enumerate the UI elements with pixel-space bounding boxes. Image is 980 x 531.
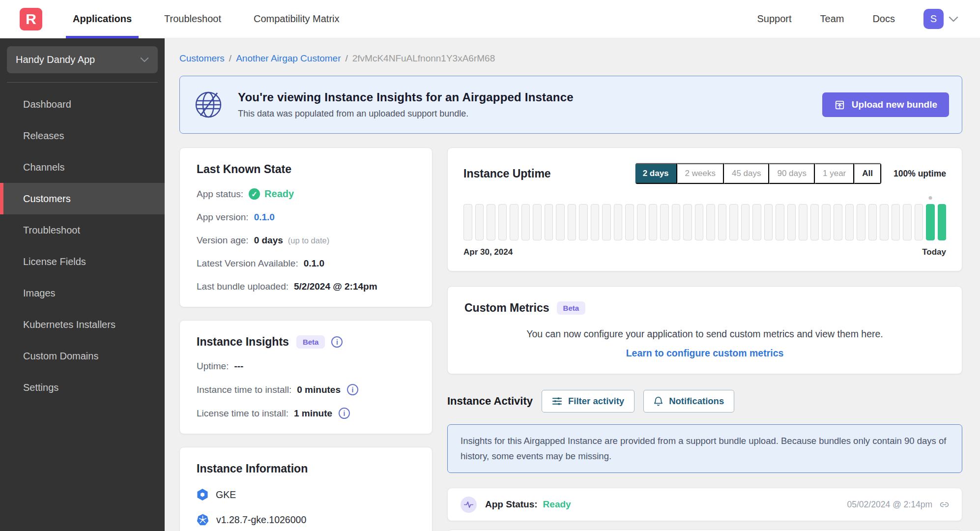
range-button-2-weeks[interactable]: 2 weeks xyxy=(677,163,724,184)
sidebar-item-troubleshoot[interactable]: Troubleshoot xyxy=(0,214,165,246)
uptime-bar[interactable] xyxy=(637,204,646,240)
uptime-bar[interactable] xyxy=(868,204,877,240)
uptime-bar[interactable] xyxy=(579,204,588,240)
uptime-bar[interactable] xyxy=(660,204,669,240)
last-known-state-card: Last Known State App status: ✓ Ready App… xyxy=(179,148,432,307)
replicated-logo[interactable]: R xyxy=(20,8,42,30)
k8s-version-value: v1.28.7-gke.1026000 xyxy=(216,514,306,526)
uptime-bar[interactable] xyxy=(845,204,854,240)
uptime-bar[interactable] xyxy=(463,204,472,240)
uptime-bar[interactable] xyxy=(672,204,681,240)
event-status: Ready xyxy=(543,499,571,510)
uptime-bar[interactable] xyxy=(475,204,484,240)
account-menu[interactable]: S xyxy=(923,9,958,29)
nav-item-compatibility-matrix[interactable]: Compatibility Matrix xyxy=(254,0,339,38)
row-label: App status: xyxy=(197,189,243,200)
sidebar-item-license-fields[interactable]: License Fields xyxy=(0,246,165,277)
nav-item-troubleshoot[interactable]: Troubleshoot xyxy=(164,0,221,38)
range-button-2-days[interactable]: 2 days xyxy=(635,163,677,184)
uptime-bar[interactable] xyxy=(822,204,831,240)
uptime-bar[interactable] xyxy=(776,204,784,240)
uptime-bar[interactable] xyxy=(857,204,865,240)
configure-custom-metrics-link[interactable]: Learn to configure custom metrics xyxy=(626,348,784,359)
sidebar-item-channels[interactable]: Channels xyxy=(0,151,165,183)
nav-item-support[interactable]: Support xyxy=(757,13,791,25)
uptime-bar[interactable] xyxy=(718,204,727,240)
uptime-bar[interactable] xyxy=(695,204,704,240)
uptime-bar[interactable] xyxy=(706,204,715,240)
sidebar-item-settings[interactable]: Settings xyxy=(0,372,165,403)
upload-bundle-icon xyxy=(834,99,845,111)
filter-activity-button[interactable]: Filter activity xyxy=(542,390,634,413)
sidebar-item-dashboard[interactable]: Dashboard xyxy=(0,88,165,120)
banner-text: You're viewing Instance Insights for an … xyxy=(238,90,574,119)
range-button-1-year[interactable]: 1 year xyxy=(815,163,854,184)
uptime-bar[interactable] xyxy=(683,204,692,240)
uptime-bar[interactable] xyxy=(799,204,807,240)
uptime-bar[interactable] xyxy=(892,204,900,240)
sidebar-divider xyxy=(7,82,158,83)
nav-item-applications[interactable]: Applications xyxy=(73,0,132,38)
activity-event-row[interactable]: App Status: Ready 05/02/2024 @ 2:14pm xyxy=(447,488,962,521)
instance-uptime-card: Instance Uptime 2 days 2 weeks 45 days 9… xyxy=(447,148,962,271)
upload-new-bundle-button[interactable]: Upload new bundle xyxy=(822,92,949,117)
sidebar-item-images[interactable]: Images xyxy=(0,277,165,309)
uptime-bar[interactable] xyxy=(498,204,507,240)
airgap-history-note: Insights for this Airgapped Instance are… xyxy=(447,424,962,473)
card-title: Instance Uptime xyxy=(463,167,551,180)
uptime-bar[interactable] xyxy=(510,204,519,240)
app-selector-dropdown[interactable]: Handy Dandy App xyxy=(7,46,158,73)
uptime-bar[interactable] xyxy=(903,204,912,240)
breadcrumb-customers-link[interactable]: Customers xyxy=(179,53,225,64)
instance-activity-title: Instance Activity xyxy=(447,395,533,408)
uptime-bar[interactable] xyxy=(545,204,553,240)
uptime-bar[interactable] xyxy=(764,204,773,240)
uptime-bar[interactable] xyxy=(625,204,634,240)
uptime-bar[interactable] xyxy=(810,204,819,240)
uptime-bar[interactable] xyxy=(614,204,623,240)
sidebar-item-custom-domains[interactable]: Custom Domains xyxy=(0,340,165,372)
uptime-bar[interactable] xyxy=(938,204,947,240)
range-button-45-days[interactable]: 45 days xyxy=(724,163,770,184)
uptime-bar[interactable] xyxy=(521,204,530,240)
notifications-button[interactable]: Notifications xyxy=(643,390,734,413)
sidebar-item-releases[interactable]: Releases xyxy=(0,120,165,151)
gke-icon xyxy=(197,489,208,501)
airgap-banner: You're viewing Instance Insights for an … xyxy=(179,76,962,134)
uptime-bar[interactable] xyxy=(752,204,761,240)
breadcrumb-customer-link[interactable]: Another Airgap Customer xyxy=(236,53,341,64)
app-version-link[interactable]: 0.1.0 xyxy=(254,212,275,223)
uptime-bar[interactable] xyxy=(880,204,889,240)
permalink-icon[interactable] xyxy=(940,500,949,509)
uptime-bar[interactable] xyxy=(591,204,600,240)
uptime-bar[interactable] xyxy=(926,204,935,240)
uptime-bar[interactable] xyxy=(915,204,923,240)
last-bundle-row: Last bundle uploaded: 5/2/2024 @ 2:14pm xyxy=(197,281,415,292)
nav-item-team[interactable]: Team xyxy=(820,13,844,25)
info-icon[interactable]: i xyxy=(347,384,358,395)
sidebar-item-customers[interactable]: Customers xyxy=(0,183,165,214)
uptime-bar[interactable] xyxy=(741,204,750,240)
banner-subtitle: This data was populated from an uploaded… xyxy=(238,109,574,119)
card-title: Last Known State xyxy=(197,163,415,176)
nav-item-docs[interactable]: Docs xyxy=(872,13,895,25)
event-timestamp: 05/02/2024 @ 2:14pm xyxy=(847,500,932,510)
secondary-nav: Support Team Docs S xyxy=(757,9,958,29)
sidebar: Handy Dandy App Dashboard Releases Chann… xyxy=(0,38,165,531)
uptime-bar[interactable] xyxy=(533,204,542,240)
range-button-90-days[interactable]: 90 days xyxy=(769,163,815,184)
uptime-bar[interactable] xyxy=(834,204,842,240)
uptime-bar[interactable] xyxy=(649,204,658,240)
info-icon[interactable]: i xyxy=(331,336,343,348)
uptime-bar[interactable] xyxy=(602,204,611,240)
uptime-bar[interactable] xyxy=(556,204,565,240)
range-button-all[interactable]: All xyxy=(854,163,881,184)
avatar[interactable]: S xyxy=(923,9,944,29)
uptime-bar[interactable] xyxy=(487,204,495,240)
uptime-bar[interactable] xyxy=(568,204,576,240)
sidebar-item-kubernetes-installers[interactable]: Kubernetes Installers xyxy=(0,309,165,340)
uptime-bar[interactable] xyxy=(787,204,796,240)
logo-letter: R xyxy=(26,11,36,28)
uptime-bar[interactable] xyxy=(729,204,738,240)
info-icon[interactable]: i xyxy=(339,408,350,419)
